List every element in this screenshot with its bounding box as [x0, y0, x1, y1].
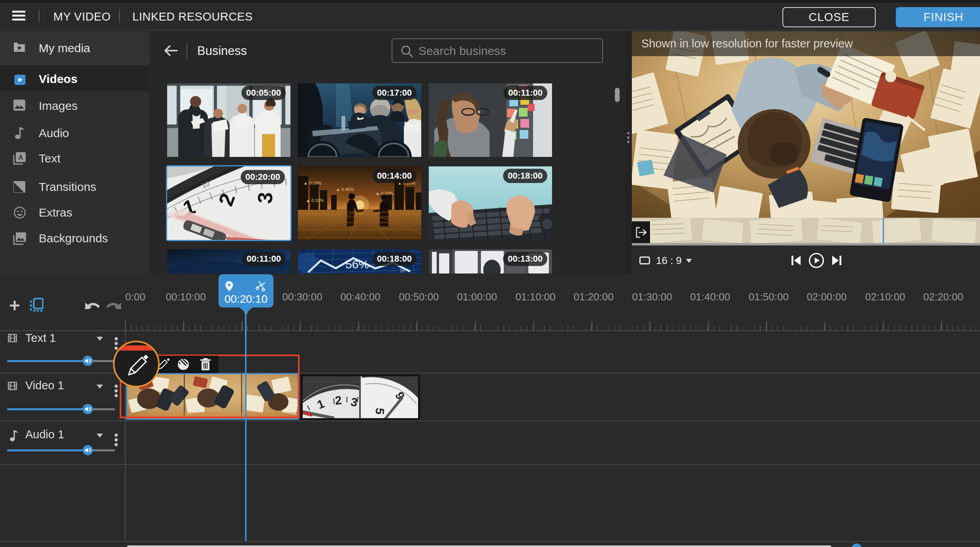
svg-text:5: 5	[373, 407, 387, 415]
svg-text:▲ 0.15%: ▲ 0.15%	[303, 181, 321, 185]
svg-text:56%: 56%	[345, 258, 369, 271]
svg-text:▲ 0.10%: ▲ 0.10%	[306, 198, 324, 203]
svg-text:▲ 0.45%: ▲ 0.45%	[336, 187, 354, 192]
svg-text:A: A	[18, 154, 23, 161]
svg-text:3: 3	[253, 191, 277, 204]
svg-text:▲ 0.10%: ▲ 0.10%	[375, 191, 393, 196]
svg-text:56: 56	[400, 268, 405, 274]
svg-text:2: 2	[334, 393, 342, 407]
